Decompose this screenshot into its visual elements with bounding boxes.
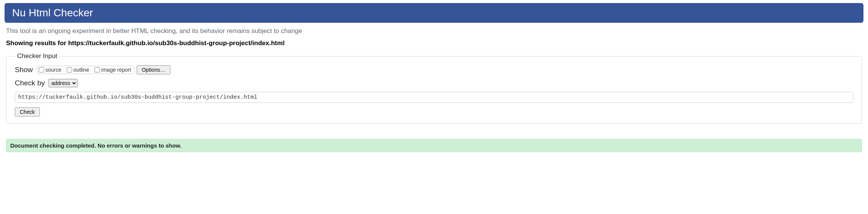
outline-checkbox[interactable] (67, 67, 72, 72)
image-report-checkbox[interactable] (95, 67, 100, 72)
results-heading: Showing results for https://tuckerfaulk.… (6, 39, 862, 47)
show-label: Show (15, 66, 33, 74)
options-button[interactable]: Options… (137, 65, 170, 74)
checker-input-legend: Checker Input (15, 52, 60, 60)
page-banner: Nu Html Checker (5, 3, 863, 23)
checkby-row: Check by address (15, 79, 853, 87)
outline-checkbox-label[interactable]: outline (67, 67, 89, 73)
intro-text: This tool is an ongoing experiment in be… (6, 27, 862, 35)
results-heading-prefix: Showing results for (6, 39, 68, 47)
check-row: Check (15, 107, 853, 116)
results-heading-url: https://tuckerfaulk.github.io/sub30s-bud… (68, 39, 284, 47)
check-button[interactable]: Check (15, 107, 40, 116)
show-row: Show source outline image report Options… (15, 65, 853, 74)
source-checkbox[interactable] (39, 67, 44, 72)
source-checkbox-label[interactable]: source (39, 67, 61, 73)
checkby-label: Check by (15, 79, 45, 87)
image-report-checkbox-label[interactable]: image report (95, 67, 131, 73)
page-title: Nu Html Checker (12, 7, 856, 19)
checker-input-fieldset: Checker Input Show source outline image … (6, 52, 862, 124)
checkby-select[interactable]: address (49, 79, 77, 87)
source-checkbox-text: source (46, 67, 61, 73)
show-checkbox-group: source outline image report (37, 66, 135, 74)
url-row (15, 92, 853, 103)
outline-checkbox-text: outline (74, 67, 89, 73)
url-input[interactable] (15, 92, 853, 103)
image-report-checkbox-text: image report (101, 67, 131, 73)
success-banner: Document checking completed. No errors o… (6, 139, 862, 152)
